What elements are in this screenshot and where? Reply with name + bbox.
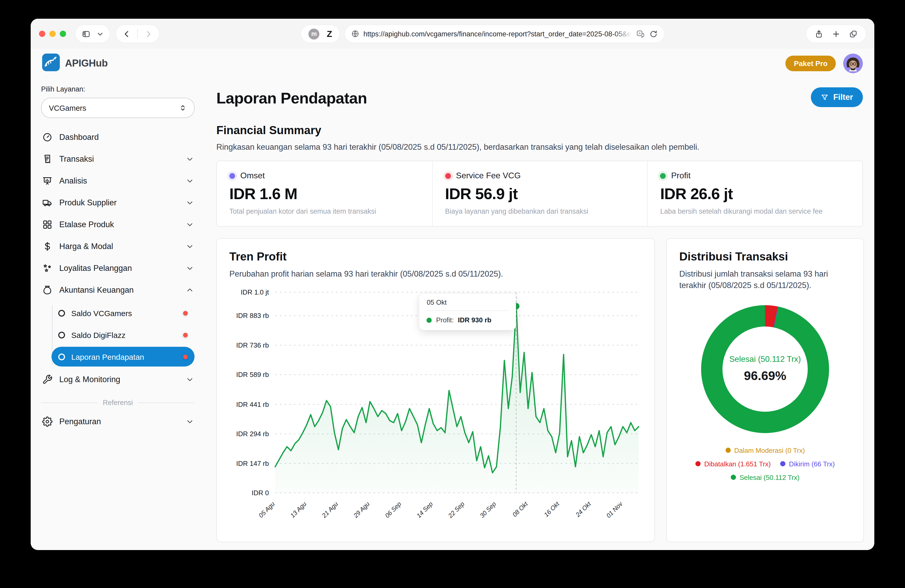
funnel-icon [821, 94, 829, 101]
brand[interactable]: APIGHub [42, 54, 108, 73]
sidebar-section-divider: Referensi [41, 399, 195, 407]
metric-label: Profit [671, 171, 691, 181]
metric-dot-icon [445, 173, 451, 179]
legend-item-dalam-moderasi-0-trx[interactable]: Dalam Moderasi (0 Trx) [725, 447, 805, 454]
chrome-left-controls [39, 25, 159, 43]
grid-icon [42, 219, 52, 230]
minimize-window-button[interactable] [49, 31, 56, 37]
legend-dot-icon [780, 461, 785, 467]
sidebar-item-analisis[interactable]: Analisis [41, 170, 195, 192]
distribution-title: Distribusi Transaksi [679, 250, 851, 263]
sidebar-item-log-monitoring[interactable]: Log & Monitoring [41, 369, 195, 390]
svg-text:IDR 883 rb: IDR 883 rb [236, 312, 269, 320]
metric-value: IDR 26.6 jt [660, 185, 850, 203]
svg-text:IDR 0: IDR 0 [252, 489, 269, 497]
forward-button[interactable] [144, 29, 153, 38]
sidebar-item-akuntansi-keuangan[interactable]: Akuntansi Keuangan [41, 279, 195, 301]
svg-text:01 Nov: 01 Nov [605, 500, 624, 519]
legend-dot-icon [725, 448, 730, 453]
metric-dot-icon [660, 173, 666, 179]
main-panel: Laporan Pendapatan Filter Financial Summ… [205, 78, 874, 550]
user-avatar[interactable] [843, 54, 863, 73]
address-bar[interactable]: https://apighub.com/vcgamers/finance/inc… [345, 25, 664, 43]
legend-dot-icon [731, 475, 736, 480]
plan-badge[interactable]: Paket Pro [786, 55, 836, 71]
legend-dot-icon [695, 461, 700, 467]
chevron-up-icon [186, 287, 194, 294]
chrome-center: m Z https://apighub.com/vcgamers/finance… [159, 25, 806, 43]
donut-center: Selesai (50.112 Trx) 96.69% [722, 326, 808, 412]
summary-heading: Financial Summary [216, 124, 863, 137]
distribution-subtitle: Distribusi jumlah transaksi selama 93 ha… [679, 268, 851, 292]
sidebar-item-loyalitas-pelanggan[interactable]: Loyalitas Pelanggan [41, 257, 195, 279]
history-nav-group [116, 25, 159, 43]
svg-text:IDR 1.0 jt: IDR 1.0 jt [241, 288, 269, 296]
tab-overview-icon[interactable] [849, 29, 858, 38]
chevron-down-icon [186, 177, 194, 185]
chart-tooltip: 05 OktProfit:IDR 930 rb [419, 294, 516, 330]
chevron-down-icon[interactable] [97, 30, 103, 37]
new-tab-icon[interactable] [832, 29, 840, 38]
sidebar-subitem-saldo-digiflazz[interactable]: Saldo DigiFlazz [51, 325, 195, 345]
truck-icon [42, 198, 52, 208]
back-button[interactable] [122, 29, 131, 38]
browser-chrome: m Z https://apighub.com/vcgamers/finance… [31, 19, 874, 49]
chevron-down-icon [186, 265, 194, 272]
chevron-down-icon [186, 221, 194, 228]
metric-dot-icon [229, 173, 235, 179]
sidebar-subitem-saldo-vcgamers[interactable]: Saldo VCGamers [51, 303, 195, 323]
pinned-tab-z[interactable]: Z [327, 29, 332, 38]
receipt-icon [42, 154, 52, 164]
radio-circle-icon [58, 310, 65, 316]
fullscreen-window-button[interactable] [60, 31, 66, 37]
app-header-right: Paket Pro [786, 54, 863, 73]
page-title: Laporan Pendapatan [216, 89, 367, 107]
sidebar-item-harga-modal[interactable]: Harga & Modal [41, 236, 195, 257]
summary-cards: OmsetIDR 1.6 MTotal penjualan kotor dari… [216, 161, 863, 227]
url-text: https://apighub.com/vcgamers/finance/inc… [363, 30, 632, 38]
charts-row: Tren Profit Perubahan profit harian sela… [216, 238, 863, 542]
svg-text:IDR 147 rb: IDR 147 rb [236, 460, 269, 468]
close-window-button[interactable] [39, 31, 45, 37]
sidebar-item-produk-supplier[interactable]: Produk Supplier [41, 192, 195, 214]
filter-button[interactable]: Filter [811, 87, 863, 107]
service-select[interactable]: VCGamers [41, 98, 195, 118]
browser-window: m Z https://apighub.com/vcgamers/finance… [31, 19, 874, 550]
notification-dot [183, 333, 188, 337]
profit-trend-card: Tren Profit Perubahan profit harian sela… [216, 238, 655, 542]
svg-text:IDR 441 rb: IDR 441 rb [236, 401, 269, 409]
service-select-value: VCGamers [49, 104, 86, 112]
pinned-tab-m[interactable]: m [309, 29, 320, 39]
donut-area: Selesai (50.112 Trx) 96.69% [679, 305, 851, 433]
svg-text:IDR 736 rb: IDR 736 rb [236, 342, 269, 349]
legend-item-dikirim-66-trx[interactable]: Dikirim (66 Trx) [780, 460, 835, 468]
donut-chart[interactable]: Selesai (50.112 Trx) 96.69% [701, 305, 829, 433]
profit-trend-chart[interactable]: IDR 0IDR 147 rbIDR 294 rbIDR 441 rbIDR 5… [229, 284, 642, 531]
translate-icon[interactable]: A [636, 29, 645, 38]
sidebar-subitem-laporan-pendapatan[interactable]: Laporan Pendapatan [51, 347, 195, 366]
svg-text:14 Sep: 14 Sep [415, 501, 434, 519]
apighub-logo-icon [42, 54, 60, 73]
select-updown-icon [179, 104, 187, 112]
legend-item-selesai-50-112-trx[interactable]: Selesai (50.112 Trx) [731, 474, 800, 482]
sidebar-item-pengaturan[interactable]: Pengaturan [41, 411, 195, 433]
svg-text:13 Agu: 13 Agu [289, 501, 308, 519]
sidebar-item-etalase-produk[interactable]: Etalase Produk [41, 214, 195, 236]
summary-card-service-fee-vcg: Service Fee VCGIDR 56.9 jtBiaya layanan … [432, 161, 647, 226]
legend-item-dibatalkan-1-651-trx[interactable]: Dibatalkan (1.651 Trx) [695, 460, 771, 468]
sidebar-section-label: Referensi [103, 399, 133, 407]
radio-circle-icon [58, 353, 65, 360]
reload-button[interactable] [649, 29, 658, 38]
dollar-icon [42, 241, 52, 252]
chrome-right-controls [806, 25, 866, 43]
svg-text:21 Agu: 21 Agu [321, 501, 339, 519]
profit-trend-subtitle: Perubahan profit harian selama 93 hari t… [229, 268, 642, 280]
sidebar-item-dashboard[interactable]: Dashboard [41, 126, 195, 148]
svg-text:16 Okt: 16 Okt [543, 500, 561, 518]
wrench-icon [42, 374, 52, 385]
share-icon[interactable] [814, 29, 823, 38]
sidebar-toggle-icon[interactable] [82, 29, 90, 38]
metric-description: Total penjualan kotor dari semua item tr… [229, 208, 419, 215]
sidebar-item-transaksi[interactable]: Transaksi [41, 148, 195, 170]
summary-card-omset: OmsetIDR 1.6 MTotal penjualan kotor dari… [217, 161, 432, 226]
